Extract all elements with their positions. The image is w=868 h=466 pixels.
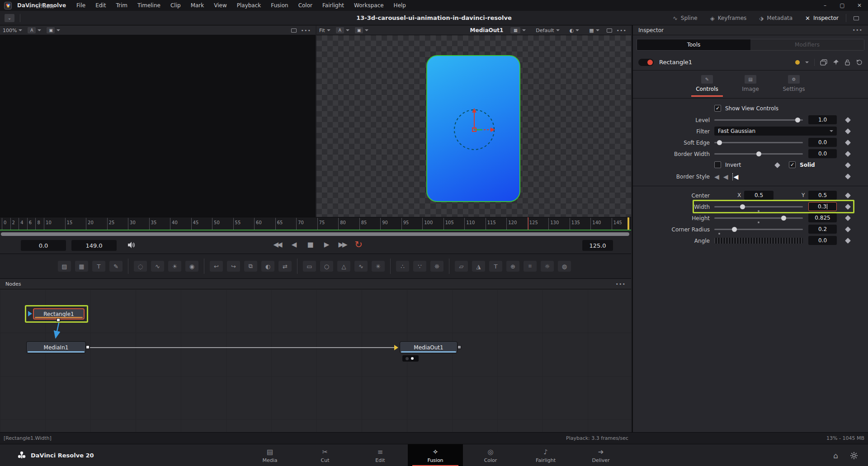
menu-item-view[interactable]: View bbox=[209, 2, 231, 9]
center-y-field[interactable]: 0.5 bbox=[808, 191, 837, 200]
rectangle-mask-icon[interactable]: ▭ bbox=[303, 261, 316, 272]
minimize-button[interactable]: – bbox=[816, 0, 834, 11]
border-bevel-icon[interactable]: ◀ bbox=[714, 173, 719, 180]
left-viewer-buffer-dropdown[interactable]: ▣ bbox=[44, 27, 63, 33]
show-view-controls-checkbox[interactable]: ✓ bbox=[714, 105, 721, 112]
toolbar-button-metadata[interactable]: ⬗Metadata bbox=[753, 11, 799, 25]
page-tab-color[interactable]: ◎Color bbox=[463, 444, 518, 466]
time-ruler[interactable]: 0246810152025303540455055606570758085909… bbox=[0, 217, 631, 230]
toolbar-button-inspector[interactable]: ✕Inspector bbox=[799, 11, 845, 25]
keyframe-diamond-icon[interactable] bbox=[845, 226, 851, 232]
level-value-field[interactable]: 1.0 bbox=[808, 115, 837, 124]
level-slider-knob[interactable] bbox=[795, 118, 800, 122]
toolbar-button-effects[interactable]: ✧Effects bbox=[21, 0, 72, 14]
play-button[interactable]: ▶ bbox=[320, 240, 332, 249]
left-viewer-channel-dropdown[interactable]: A bbox=[25, 27, 44, 33]
image-plane-3d-icon[interactable]: ▱ bbox=[455, 261, 468, 272]
particle-move-icon[interactable]: ∵ bbox=[413, 261, 426, 272]
polygon-mask-icon[interactable]: △ bbox=[337, 261, 350, 272]
center-x-field[interactable]: 0.5 bbox=[744, 191, 774, 200]
loop-out-icon[interactable]: ↪ bbox=[227, 261, 240, 272]
keyframe-diamond-icon[interactable] bbox=[845, 151, 851, 157]
grid-dropdown[interactable]: ▦ bbox=[586, 28, 602, 33]
renderer-3d-icon[interactable]: ◍ bbox=[558, 261, 571, 272]
wand-mask-icon[interactable]: ✳ bbox=[372, 261, 385, 272]
keyframe-diamond-icon[interactable] bbox=[845, 193, 851, 198]
solid-checkbox[interactable]: ✓ bbox=[789, 161, 796, 168]
pin-icon[interactable] bbox=[833, 59, 839, 66]
soft-edge-value-field[interactable]: 0.0 bbox=[808, 138, 837, 147]
hue-curves-icon[interactable]: ◉ bbox=[185, 261, 198, 272]
page-tab-fairlight[interactable]: ♪Fairlight bbox=[518, 444, 573, 466]
height-slider-knob[interactable] bbox=[781, 216, 786, 221]
viewer2-dot[interactable] bbox=[411, 357, 414, 360]
fastnoise-icon[interactable]: ▦ bbox=[75, 261, 88, 272]
node-mediaout1[interactable]: MediaOut1 bbox=[400, 341, 458, 353]
menu-item-clip[interactable]: Clip bbox=[165, 2, 186, 9]
corner-radius-value-field[interactable]: 0.2 bbox=[808, 225, 837, 234]
menu-item-mark[interactable]: Mark bbox=[186, 2, 209, 9]
angle-value-field[interactable]: 0.0 bbox=[808, 236, 837, 245]
rectangle1-input-arrow-icon[interactable] bbox=[28, 311, 32, 316]
paint-icon[interactable]: ✎ bbox=[109, 261, 123, 272]
height-slider-track[interactable] bbox=[714, 217, 803, 219]
text-icon[interactable]: T bbox=[92, 261, 105, 272]
camera-3d-icon[interactable]: ⌗ bbox=[524, 261, 537, 272]
resize-icon[interactable]: ⇄ bbox=[278, 261, 292, 272]
left-viewer-options-button[interactable]: ••• bbox=[301, 28, 311, 33]
subtab-controls[interactable]: ✎Controls bbox=[691, 75, 723, 98]
audio-mute-icon[interactable] bbox=[127, 241, 136, 249]
current-frame-field[interactable]: 125.0 bbox=[582, 240, 613, 251]
chevron-down-icon[interactable] bbox=[805, 61, 809, 63]
right-viewport[interactable] bbox=[316, 35, 631, 217]
particle-emitter-icon[interactable]: ∴ bbox=[396, 261, 409, 272]
inspector-tab-tools[interactable]: Tools bbox=[637, 39, 750, 50]
keyframe-diamond-icon[interactable] bbox=[845, 204, 851, 210]
menu-item-workspace[interactable]: Workspace bbox=[349, 2, 389, 9]
angle-thumbwheel[interactable] bbox=[714, 238, 803, 244]
merge-icon[interactable]: ◐ bbox=[261, 261, 274, 272]
width-value-field[interactable]: 0.3 bbox=[808, 202, 837, 211]
lock-icon[interactable] bbox=[844, 59, 850, 66]
shape-3d-icon[interactable]: ◮ bbox=[472, 261, 485, 272]
lut-dropdown[interactable]: Default bbox=[533, 28, 562, 33]
view-mode-dropdown[interactable]: ◐ bbox=[567, 28, 582, 33]
right-viewer-options-button[interactable]: ••• bbox=[617, 28, 627, 33]
toolbar-button-spline[interactable]: ∿Spline bbox=[666, 11, 704, 25]
node-mediain1[interactable]: MediaIn1 bbox=[26, 341, 86, 353]
color-corrector-icon[interactable]: ☀ bbox=[168, 261, 181, 272]
left-viewport[interactable] bbox=[0, 35, 316, 217]
rectangle-shape-preview[interactable] bbox=[426, 55, 520, 202]
menu-item-timeline[interactable]: Timeline bbox=[132, 2, 165, 9]
maximize-button[interactable]: ▢ bbox=[834, 0, 851, 11]
page-tab-deliver[interactable]: ➔Deliver bbox=[573, 444, 628, 466]
range-out-field[interactable]: 149.0 bbox=[71, 240, 117, 251]
close-button[interactable]: ✕ bbox=[851, 0, 868, 11]
viewer-assignment-badge[interactable] bbox=[402, 355, 419, 362]
panel-layout-button[interactable] bbox=[847, 11, 865, 25]
loop-button[interactable]: ↻ bbox=[353, 239, 364, 250]
right-viewer-channel-dropdown[interactable]: A bbox=[333, 27, 352, 33]
corner-radius-slider-track[interactable] bbox=[714, 229, 803, 230]
merge-behind-icon[interactable]: ⧉ bbox=[244, 261, 257, 272]
mediaout1-output-port[interactable] bbox=[458, 345, 461, 349]
loop-in-icon[interactable]: ↩ bbox=[210, 261, 223, 272]
home-icon[interactable]: ⌂ bbox=[833, 451, 838, 460]
node-graph[interactable]: Rectangle1 MediaIn1 MediaOut1 bbox=[0, 289, 631, 432]
keyframe-diamond-icon[interactable] bbox=[845, 117, 851, 123]
page-tab-edit[interactable]: ≡Edit bbox=[353, 444, 408, 466]
menu-item-playback[interactable]: Playback bbox=[232, 2, 266, 9]
transform-widget[interactable] bbox=[443, 98, 506, 161]
page-tab-fusion[interactable]: ✧Fusion bbox=[408, 444, 463, 466]
mediain1-output-port[interactable] bbox=[86, 345, 90, 349]
monitor-dropdown[interactable]: ▦ bbox=[508, 27, 528, 33]
toolbar-button-keyframes[interactable]: ◈Keyframes bbox=[704, 11, 753, 25]
keyframe-diamond-icon[interactable] bbox=[845, 128, 851, 134]
menu-item-fairlight[interactable]: Fairlight bbox=[317, 2, 349, 9]
menu-item-help[interactable]: Help bbox=[389, 2, 411, 9]
bspline-mask-icon[interactable]: ∿ bbox=[354, 261, 368, 272]
goto-start-button[interactable]: ◀◀ bbox=[271, 240, 283, 249]
step-back-button[interactable]: ◀ bbox=[288, 240, 299, 249]
stop-button[interactable]: ■ bbox=[304, 240, 316, 249]
level-slider-track[interactable] bbox=[714, 119, 803, 121]
